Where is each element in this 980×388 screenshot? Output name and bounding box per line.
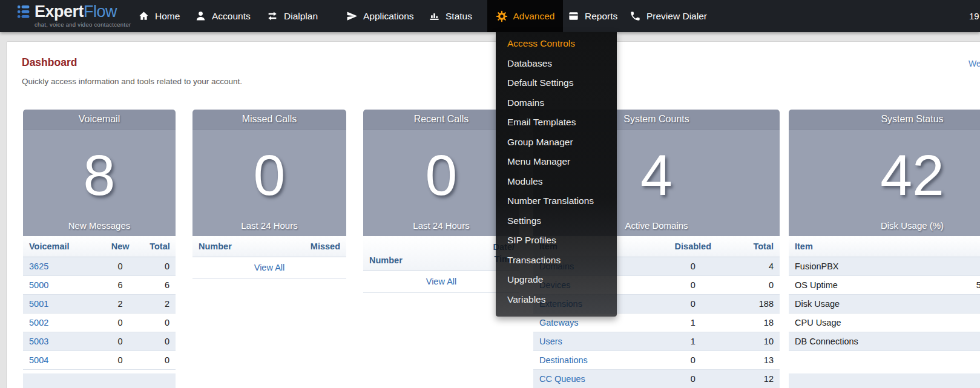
cell: 2 [97, 295, 143, 314]
card-caption: Disk Usage (%) [881, 220, 944, 237]
table-row: FusionPBX [789, 257, 980, 276]
cell [976, 295, 980, 314]
cell [976, 314, 980, 332]
cell: 13 [731, 351, 780, 370]
cell: 50d [976, 276, 980, 295]
recent-calls-count: 0 [426, 130, 458, 220]
table-row: 500300 [23, 332, 176, 351]
paper-plane-icon [346, 10, 358, 22]
cell-link[interactable]: Gateways [539, 318, 578, 327]
brand-tagline: chat, voice and video contactcenter [35, 21, 131, 28]
partial-row-stripe [789, 373, 980, 388]
data-table: ItemFusionPBXOS Uptime50dDisk UsageCPU U… [789, 236, 980, 351]
cell-link[interactable]: 5002 [29, 318, 48, 327]
column-header: Item [789, 236, 976, 257]
menu-item-access-controls[interactable]: Access Controls [496, 34, 617, 54]
cell-link[interactable]: 5001 [29, 299, 48, 309]
home-icon [138, 10, 150, 22]
nav-item-advanced[interactable]: Advanced [487, 0, 563, 32]
menu-item-settings[interactable]: Settings [496, 211, 617, 231]
cell: 0 [656, 351, 731, 370]
cell: 0 [731, 276, 780, 295]
menu-item-number-translations[interactable]: Number Translations [496, 191, 617, 211]
cell: 12 [731, 370, 780, 388]
cell [976, 332, 980, 351]
missed-calls-card: Missed Calls 0 Last 24 Hours [192, 110, 346, 237]
menu-item-domains[interactable]: Domains [496, 93, 617, 113]
cell-link[interactable]: 5000 [29, 280, 48, 290]
cell-link[interactable]: Destinations [539, 355, 588, 365]
column-header: Total [731, 236, 780, 257]
view-all-link[interactable]: View All [426, 277, 457, 286]
advanced-dropdown-menu: Access ControlsDatabasesDefault Settings… [496, 32, 617, 317]
cell: 1 [656, 332, 731, 351]
menu-item-group-manager[interactable]: Group Manager [496, 133, 617, 153]
cell: 10 [731, 332, 780, 351]
view-all-link[interactable]: View All [254, 263, 285, 272]
bar-chart-icon [429, 10, 440, 22]
nav-item-dialplan[interactable]: Dialplan [266, 0, 318, 32]
cell: 0 [143, 351, 176, 370]
table-row: OS Uptime50d [789, 276, 980, 295]
nav-item-status[interactable]: Status [429, 0, 472, 32]
table-row: 362500 [23, 257, 176, 276]
card-caption: Active Domains [625, 220, 688, 237]
cell [976, 257, 980, 276]
cell: 0 [97, 351, 143, 370]
column-header: Number [363, 236, 488, 271]
menu-item-transactions[interactable]: Transactions [496, 251, 617, 271]
cell: 188 [731, 295, 780, 314]
system-counts-number: 4 [640, 130, 673, 220]
missed-calls-table: NumberMissed View All [192, 236, 346, 279]
cell: 5002 [23, 314, 97, 332]
nav-item-reports[interactable]: Reports [568, 0, 617, 32]
cell-link[interactable]: Users [539, 337, 562, 346]
card-caption: Last 24 Hours [241, 220, 297, 237]
cell: CPU Usage [789, 314, 976, 332]
table-row: 500066 [23, 276, 176, 295]
cell-link[interactable]: 5004 [29, 355, 48, 365]
cell: 0 [143, 257, 176, 276]
column-header: New [97, 236, 143, 257]
cell-link[interactable]: 3625 [29, 261, 48, 271]
nav-item-preview-dialer[interactable]: Preview Dialer [630, 0, 707, 32]
cell: 3625 [23, 257, 97, 276]
system-status-card: System Status 42 Disk Usage (%) [789, 110, 980, 237]
nav-item-home[interactable]: Home [138, 0, 180, 32]
nav-item-applications[interactable]: Applications [346, 0, 414, 32]
menu-item-modules[interactable]: Modules [496, 172, 617, 192]
header-row: Item [789, 236, 980, 257]
voicemail-table: VoicemailNewTotal36250050006650012250020… [23, 236, 176, 370]
card-caption: Last 24 Hours [413, 220, 469, 237]
nav-item-accounts[interactable]: Accounts [195, 0, 251, 32]
table-row: Destinations013 [533, 351, 780, 370]
menu-item-databases[interactable]: Databases [496, 54, 617, 74]
navbar-clock-text: 19 [969, 0, 979, 32]
cell: 6 [97, 276, 143, 295]
menu-item-upgrade[interactable]: Upgrade [496, 270, 617, 290]
cell: 0 [656, 257, 731, 276]
header-row: NumberMissed [192, 236, 346, 257]
menu-item-default-settings[interactable]: Default Settings [496, 73, 617, 93]
newspaper-icon [568, 10, 579, 22]
cell: 1 [656, 314, 731, 332]
table-row: 500122 [23, 295, 176, 314]
menu-item-menu-manager[interactable]: Menu Manager [496, 152, 617, 172]
welcome-link[interactable]: We [968, 59, 980, 68]
card-title: Missed Calls [192, 110, 346, 130]
cell: 0 [656, 276, 731, 295]
brand-logo[interactable]: ExpertFlow chat, voice and video contact… [17, 4, 131, 28]
cell-link[interactable]: 5003 [29, 337, 48, 346]
voicemail-card: Voicemail 8 New Messages [23, 110, 176, 237]
table-row: CPU Usage [789, 314, 980, 332]
menu-item-email-templates[interactable]: Email Templates [496, 113, 617, 133]
column-header: Disabled [656, 236, 731, 257]
menu-item-variables[interactable]: Variables [496, 290, 617, 310]
table-row: Users110 [533, 332, 780, 351]
card-caption: New Messages [68, 220, 131, 237]
menu-item-sip-profiles[interactable]: SIP Profiles [496, 231, 617, 251]
cell: 18 [731, 314, 780, 332]
cell: 2 [143, 295, 176, 314]
cell-link[interactable]: CC Queues [539, 374, 585, 384]
column-header: Voicemail [23, 236, 97, 257]
